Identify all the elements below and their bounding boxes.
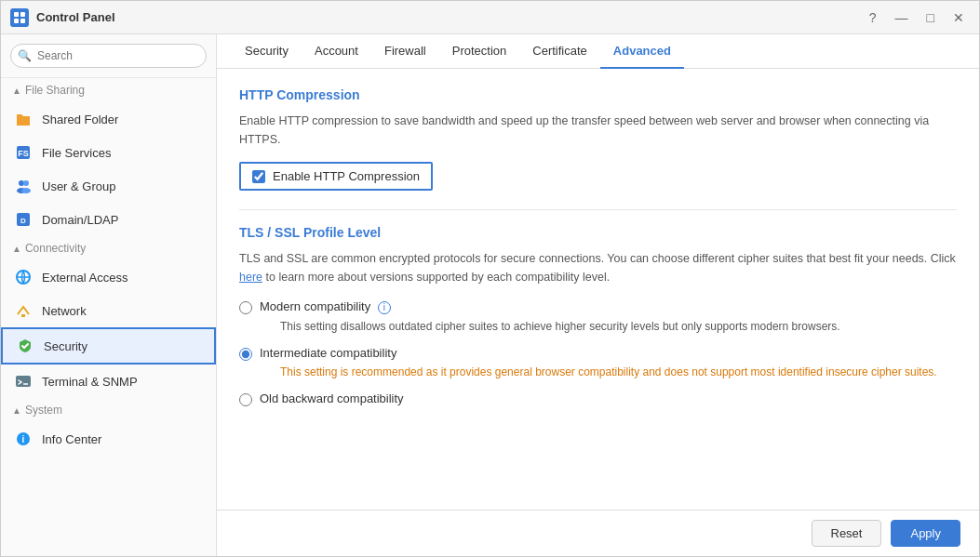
section-divider [239,209,957,210]
section-connectivity: ▲ Connectivity External Access [1,236,216,365]
old-label[interactable]: Old backward compatibility [260,391,404,405]
section-user-group: User & Group [1,169,216,203]
tab-account[interactable]: Account [302,34,371,69]
svg-text:FS: FS [18,149,29,158]
tab-certificate[interactable]: Certificate [519,34,600,69]
sidebar-item-domain-ldap[interactable]: D Domain/LDAP [1,203,216,236]
sidebar-item-security[interactable]: Security [1,327,216,365]
svg-rect-2 [14,19,19,23]
search-wrap: 🔍 [10,44,207,68]
close-button[interactable]: ✕ [947,8,970,27]
radio-option-modern: Modern compatibility i This setting disa… [239,299,957,335]
radio-option-intermediate: Intermediate compatibility This setting … [239,346,957,380]
radio-modern[interactable] [239,301,252,314]
network-icon [14,301,33,320]
content-body: HTTP Compression Enable HTTP compression… [217,69,979,510]
sidebar-label-domain-ldap: Domain/LDAP [42,213,118,227]
sidebar-item-terminal-snmp[interactable]: Terminal & SNMP [1,365,216,398]
svg-point-7 [23,180,29,186]
sidebar: 🔍 ▲ File Sharing Shared Folder [1,34,217,556]
section-label-connectivity: Connectivity [25,242,86,255]
main-content: 🔍 ▲ File Sharing Shared Folder [1,34,979,556]
window-controls: ? — □ ✕ [864,8,970,27]
section-header-file-sharing[interactable]: ▲ File Sharing [1,78,216,102]
folder-icon [14,110,33,128]
enable-http-compression-checkbox[interactable] [252,170,265,183]
intermediate-desc: This setting is recommended as it provid… [260,364,937,380]
users-icon [14,177,33,195]
control-panel-window: Control Panel ? — □ ✕ 🔍 ▲ File Sharing [0,0,980,557]
content-area: Security Account Firewall Protection Cer… [217,34,979,556]
svg-rect-3 [20,19,25,23]
sidebar-label-terminal-snmp: Terminal & SNMP [42,375,138,389]
info-icon-modern[interactable]: i [378,301,391,314]
enable-http-compression-row: Enable HTTP Compression [239,162,433,191]
intermediate-label[interactable]: Intermediate compatibility [260,346,396,360]
section-file-sharing: ▲ File Sharing Shared Folder [1,78,216,169]
enable-http-compression-label[interactable]: Enable HTTP Compression [273,169,420,183]
http-compression-desc: Enable HTTP compression to save bandwidt… [239,112,957,149]
intermediate-content: Intermediate compatibility This setting … [260,346,937,380]
sidebar-label-network: Network [42,304,87,318]
minimize-button[interactable]: — [890,8,914,27]
section-header-connectivity[interactable]: ▲ Connectivity [1,236,216,260]
info-icon: i [14,430,33,448]
tab-advanced[interactable]: Advanced [600,34,684,69]
tls-ssl-section: TLS / SSL Profile Level TLS and SSL are … [239,225,957,406]
svg-rect-1 [20,12,25,17]
section-header-system[interactable]: ▲ System [1,398,216,422]
modern-label[interactable]: Modern compatibility i [260,299,391,313]
http-compression-section: HTTP Compression Enable HTTP compression… [239,87,957,209]
security-icon [16,337,34,355]
sidebar-item-network[interactable]: Network [1,294,216,327]
title-bar: Control Panel ? — □ ✕ [1,1,979,34]
window-title: Control Panel [36,10,115,24]
search-icon: 🔍 [18,49,32,62]
apply-button[interactable]: Apply [891,520,960,547]
maximize-button[interactable]: □ [921,8,940,27]
svg-rect-13 [21,314,25,317]
sidebar-label-external-access: External Access [42,271,128,285]
tab-security[interactable]: Security [232,34,302,69]
radio-old[interactable] [239,393,252,406]
sidebar-item-external-access[interactable]: External Access [1,260,216,294]
section-system: ▲ System i Info Center [1,398,216,456]
file-services-icon: FS [14,143,33,162]
domain-icon: D [14,210,33,229]
modern-content: Modern compatibility i This setting disa… [260,299,840,335]
svg-text:i: i [22,434,25,444]
app-icon [10,8,29,27]
sidebar-label-file-services: File Services [42,146,111,160]
sidebar-label-user-group: User & Group [42,179,115,193]
sidebar-label-security: Security [44,339,87,353]
sidebar-item-file-services[interactable]: FS File Services [1,136,216,169]
radio-intermediate[interactable] [239,348,252,361]
sidebar-item-user-group[interactable]: User & Group [1,169,216,203]
sidebar-label-shared-folder: Shared Folder [42,113,118,126]
reset-button[interactable]: Reset [812,520,882,547]
http-compression-title: HTTP Compression [239,87,957,102]
help-button[interactable]: ? [864,8,882,27]
svg-rect-0 [14,12,19,17]
tab-protection[interactable]: Protection [439,34,520,69]
tls-ssl-desc: TLS and SSL are common encrypted protoco… [239,249,957,286]
chevron-down-icon: ▲ [12,86,21,96]
sidebar-item-shared-folder[interactable]: Shared Folder [1,102,216,136]
chevron-down-icon-2: ▲ [12,244,21,254]
chevron-down-icon-3: ▲ [12,405,21,416]
svg-point-9 [21,188,31,193]
title-bar-left: Control Panel [10,8,115,27]
section-domain-ldap: D Domain/LDAP [1,203,216,236]
terminal-icon [14,372,33,391]
sidebar-label-info-center: Info Center [42,432,101,446]
sidebar-item-info-center[interactable]: i Info Center [1,422,216,456]
radio-option-old: Old backward compatibility [239,391,957,406]
search-input[interactable] [10,44,207,68]
tab-firewall[interactable]: Firewall [371,34,439,69]
section-terminal-snmp: Terminal & SNMP [1,365,216,398]
external-access-icon [14,268,33,286]
tls-ssl-link[interactable]: here [239,271,262,284]
tab-bar: Security Account Firewall Protection Cer… [217,34,979,69]
tls-ssl-title: TLS / SSL Profile Level [239,225,957,240]
footer-bar: Reset Apply [217,510,979,556]
